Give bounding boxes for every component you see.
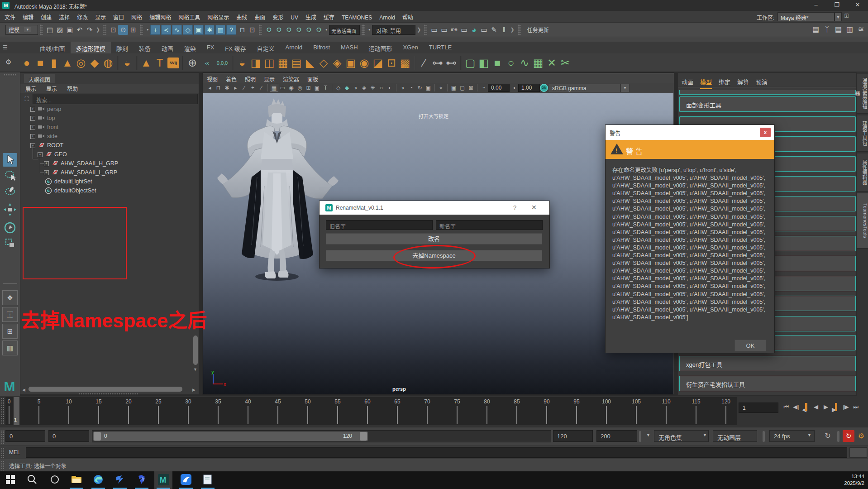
shelf-tab-XGen[interactable]: XGen [398,42,424,53]
snap-point-icon[interactable]: ∿ [172,25,182,35]
outliner-item-persp[interactable]: +persp [20,105,199,114]
panel-tab-绑定[interactable]: 绑定 [719,76,730,88]
item-label[interactable]: top [47,114,55,123]
new-scene-icon[interactable]: ▤ [45,25,55,35]
outliner-menu-展示[interactable]: 展示 [25,84,36,93]
menu-创建[interactable]: 创建 [37,11,55,23]
menu-网格[interactable]: 网格 [128,11,146,23]
svg-tool-icon[interactable]: svg [167,58,179,68]
range-caret-icon[interactable]: ▼ [646,433,650,437]
layout-button-0[interactable]: ❖ [2,290,18,305]
highlight-selection-icon[interactable]: ⊡ [247,25,257,35]
menu-编辑[interactable]: 编辑 [19,11,37,23]
mode-dropdown[interactable]: 建模▼ [5,25,38,35]
ipr-render-icon[interactable]: IPR [449,25,459,35]
construction-plane-icon[interactable]: ⊕ [186,56,199,70]
menu-显示[interactable]: 显示 [91,11,110,23]
construction-history-icon[interactable]: Ω [264,25,274,35]
outliner-item-GEO[interactable]: -GEO [20,150,199,159]
menu-曲线[interactable]: 曲线 [233,11,251,23]
shelf-tab-TURTLE[interactable]: TURTLE [424,42,457,53]
range-grip[interactable] [639,431,641,442]
item-label[interactable]: persp [47,105,61,114]
notepad-icon[interactable] [202,474,214,486]
render-settings-icon[interactable]: ▭ [459,25,469,35]
insert-edge-loop-icon[interactable]: ⊷ [444,56,458,70]
target-weld-icon[interactable]: ◪ [371,56,385,70]
snap-grid-icon[interactable]: + [150,25,160,35]
step-back-frame-button[interactable]: ◀| [791,401,801,413]
animation-end-field[interactable]: 200 [596,430,637,442]
poly-torus-icon[interactable]: ◎ [74,56,88,70]
item-label[interactable]: defaultLightSet [54,177,92,186]
workspace-lock-icon[interactable]: ⚿ [844,13,851,21]
panel-tab-预演[interactable]: 预演 [756,76,768,88]
snap-projected-icon[interactable]: ◇ [183,25,193,35]
image-plane-icon[interactable]: ∕ [240,84,248,92]
type-tool-icon[interactable]: T [153,56,167,70]
tool-button-xgen打包工具[interactable]: xgen打包工具 [679,356,856,371]
renamemat-help-button[interactable]: ? [513,204,516,211]
view-transform-dropdown[interactable]: sRGB gamma [548,84,620,92]
outliner-menu-显示[interactable]: 显示 [46,84,57,93]
crease-tool-icon[interactable]: ∕ [417,56,431,70]
isolate-select-icon[interactable]: ⌖ [437,84,445,92]
workspace-caret-icon[interactable]: ▼ [835,12,842,21]
exposure-field[interactable]: 0.00 [488,84,510,92]
toolbox-grip[interactable] [4,74,16,77]
app-ribbon-icon[interactable] [136,474,148,486]
layout-button-3[interactable]: ▥ [2,340,18,355]
shelf-tab-曲线/曲面[interactable]: 曲线/曲面 [34,42,71,53]
outliner-item-defaultLightSet[interactable]: defaultLightSet [20,177,199,186]
field-chart-icon[interactable]: ⊞ [304,84,313,92]
tool-button-face-deform[interactable]: 面部变形工具 [679,96,856,112]
outliner-toggle-icon[interactable]: ▤ [810,24,821,34]
uv-cut-icon[interactable]: ✕ [545,56,558,70]
outliner-item-side[interactable]: +side [20,132,199,141]
range-slider-track[interactable]: 0 120 [92,430,551,442]
default-lighting-icon[interactable]: ◑ [398,84,407,92]
character-icon[interactable]: ᛉ [821,24,833,34]
uv-spherical-icon[interactable]: ■ [491,56,504,70]
task-update-button[interactable]: 任务更新 [527,26,549,34]
lock-camera-icon[interactable]: ⊓ [214,84,223,92]
anim-layer-dropdown[interactable]: 无动画层 [713,430,757,442]
view-cube-icon[interactable]: ◂ [205,84,214,92]
magnet-icon[interactable]: Ω [314,25,324,35]
lasso-tool[interactable] [3,168,17,182]
shelf-tab-渲染[interactable]: 渲染 [179,42,201,53]
render-view-icon[interactable]: ▭ [429,25,439,35]
platonic-solid-icon[interactable]: ◒ [120,56,134,70]
range-grip3[interactable] [837,431,839,442]
open-scene-icon[interactable]: ▨ [55,25,65,35]
uv-contour-icon[interactable]: ∿ [518,56,531,70]
bridge-icon[interactable]: ◈ [330,56,344,70]
close-button[interactable]: ✕ [847,0,868,11]
view-transform-caret-icon[interactable]: ▼ [620,84,630,92]
outliner-menu-帮助[interactable]: 帮助 [67,84,78,93]
start-button[interactable] [5,474,16,486]
safe-title-icon[interactable]: T [321,84,330,92]
shelf-tab-Bifrost[interactable]: Bifrost [308,42,335,53]
search-icon[interactable] [26,474,38,486]
uv-cylindrical-icon[interactable]: ◧ [477,56,491,70]
renamemat-title-bar[interactable]: M RenameMat_v0.1.1 ? ✕ [320,201,549,215]
materials-icon[interactable]: ◈ [360,84,368,92]
outliner-item-ROOT[interactable]: -ROOT [20,141,199,150]
layout-button-1[interactable]: ⿰ [2,307,18,322]
app-bird-icon[interactable] [180,474,192,486]
snap-view-plane-icon[interactable]: ▣ [194,25,204,35]
bookmark-icon[interactable]: ▸ [231,84,240,92]
playback-end-field[interactable]: 120 [553,430,593,442]
step-fwd-key-button[interactable]: ▶ [831,401,841,413]
menu-窗口[interactable]: 窗口 [110,11,128,23]
bevel-icon[interactable]: ◇ [317,56,330,70]
select-by-object-icon[interactable]: ⊙ [118,25,128,35]
rotate-snap-icon[interactable]: Ω [294,25,304,35]
lock-selection-icon[interactable]: ⊓ [237,25,247,35]
uv-auto-icon[interactable]: ○ [504,56,518,70]
snap-film-icon[interactable]: ▦ [215,25,225,35]
menu-文件[interactable]: 文件 [1,11,19,23]
multi-cut-icon[interactable]: ◉ [358,56,371,70]
boolean-icon[interactable]: ▩ [398,56,412,70]
